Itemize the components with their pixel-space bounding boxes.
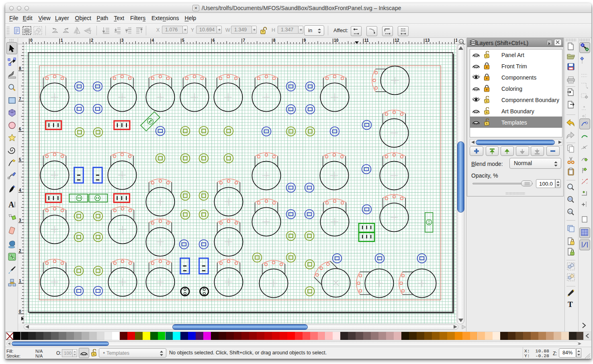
svg-text:5: 5 [19,157,21,162]
svg-text:10: 10 [334,38,339,43]
svg-text:0: 0 [19,309,21,314]
svg-text:7: 7 [19,97,21,101]
svg-text:13: 13 [425,38,430,43]
svg-text:5: 5 [182,38,184,43]
svg-text:3: 3 [19,218,21,223]
svg-text:12: 12 [395,38,400,43]
svg-text:4: 4 [152,38,154,43]
svg-text:0: 0 [30,38,33,43]
svg-text:11: 11 [364,38,369,43]
svg-text:7: 7 [243,38,245,43]
svg-text:2: 2 [91,38,94,43]
svg-text:A: A [8,200,14,209]
svg-text:1: 1 [61,38,63,43]
svg-text:1:1: 1:1 [568,211,572,213]
svg-text:3: 3 [121,38,124,43]
svg-text:6: 6 [213,38,215,43]
svg-text:4: 4 [19,188,21,192]
svg-text:8: 8 [273,38,276,43]
svg-text:1: 1 [19,279,21,283]
svg-text:6: 6 [19,127,21,131]
svg-text:T: T [568,300,573,309]
svg-text:8: 8 [19,66,21,71]
svg-text:1:1: 1:1 [460,41,463,43]
svg-text:9: 9 [304,38,306,43]
svg-text:2: 2 [19,249,21,253]
